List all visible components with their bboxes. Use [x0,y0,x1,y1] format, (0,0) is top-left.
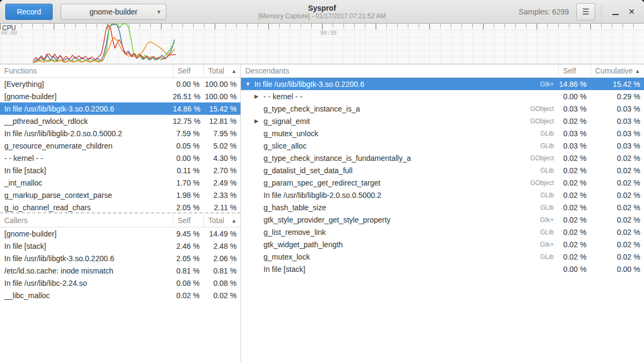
function-name-cell: g_mutex_lockGLib [241,253,558,261]
close-button[interactable]: ✕ [624,4,640,20]
function-name-cell: /etc/ld.so.cache: inode mismatch [0,267,173,275]
functions-self-column-header[interactable]: Self [173,64,203,77]
descendants-cumulative-column-header[interactable]: Cumulative ▲ [590,64,644,77]
total-percent-cell: 0.02 % [590,166,644,175]
table-row[interactable]: g_type_check_instance_is_fundamentally_a… [241,152,644,164]
table-row[interactable]: g_type_check_instance_is_aGObject0.03 %0… [241,102,644,115]
function-name-label: g_mutex_lock [264,253,310,261]
table-row[interactable]: g_mutex_lockGLib0.02 %0.02 % [241,250,644,263]
table-row[interactable]: __libc_malloc0.02 %0.02 % [0,289,240,301]
table-row[interactable]: g_param_spec_get_redirect_targetGObject0… [241,176,644,189]
library-badge: GObject [530,179,558,187]
total-percent-cell: 0.08 % [203,279,240,287]
total-percent-cell: 2.06 % [203,254,240,263]
table-row[interactable]: - - kernel - -0.00 %4.30 % [0,152,240,164]
self-percent-cell: 0.11 % [173,166,203,175]
function-name-label: [gnome-builder] [4,92,56,101]
table-row[interactable]: g_markup_parse_context_parse1.98 %2.33 % [0,189,240,201]
function-name-label: g_hash_table_size [264,203,326,212]
function-name-label: [gnome-builder] [4,230,56,238]
minimize-button[interactable] [608,4,624,20]
record-button[interactable]: Record [5,4,53,20]
expander-open-icon[interactable]: ▼ [245,82,254,87]
functions-table: [Everything]0.00 %100.00 %[gnome-builder… [0,78,240,213]
table-row[interactable]: [Everything]0.00 %100.00 % [0,78,240,90]
window-title: Sysprof [308,4,336,12]
table-row[interactable]: g_mutex_unlockGLib0.03 %0.03 % [241,127,644,139]
table-row[interactable]: g_io_channel_read_chars2.05 %2.11 % [0,201,240,213]
function-name-label: In file [stack] [4,242,46,250]
table-row[interactable]: [gnome-builder]26.51 %100.00 % [0,90,240,102]
self-percent-cell: 2.05 % [173,254,203,263]
table-row[interactable]: In file /usr/lib/libgtk-3.so.0.2200.62.0… [0,252,240,264]
table-row[interactable]: g_slice_allocGLib0.03 %0.03 % [241,139,644,152]
table-row[interactable]: In file /usr/lib/libglib-2.0.so.0.5000.2… [0,127,240,139]
expander-closed-icon[interactable]: ▶ [254,94,264,99]
process-selector-label: gnome-builder [90,8,138,16]
table-row[interactable]: In file [stack]0.00 %0.00 % [241,263,644,275]
expander-closed-icon[interactable]: ▶ [254,119,264,124]
table-row[interactable]: ▶- - kernel - -0.00 %0.29 % [241,90,644,102]
self-percent-cell: 0.02 % [558,191,590,200]
table-row[interactable]: /etc/ld.so.cache: inode mismatch0.81 %0.… [0,264,240,277]
table-row[interactable]: In file /usr/lib/libc-2.24.so0.08 %0.08 … [0,277,240,289]
self-percent-cell: 0.81 % [173,267,203,275]
function-name-label: g_mutex_unlock [264,129,318,138]
table-row[interactable]: In file [stack]2.46 %2.48 % [0,240,240,252]
callers-column-header[interactable]: Callers [0,214,173,227]
callers-total-column-header[interactable]: Total ▲ [203,214,240,227]
table-row[interactable]: ▶g_signal_emitGObject0.02 %0.03 % [241,115,644,127]
table-row[interactable]: __pthread_rwlock_rdlock12.75 %12.81 % [0,115,240,127]
total-percent-cell: 0.03 % [590,117,644,125]
self-percent-cell: 0.02 % [558,154,590,162]
function-name-label: In file [stack] [264,265,305,274]
callers-self-column-header[interactable]: Self [173,214,203,227]
function-name-label: /etc/ld.so.cache: inode mismatch [4,267,113,275]
table-row[interactable]: gtk_style_provider_get_style_propertyGtk… [241,213,644,226]
function-name-label: g_signal_emit [264,117,310,125]
total-percent-cell: 0.02 % [590,216,644,224]
table-row[interactable]: ▼In file /usr/lib/libgtk-3.so.0.2200.6Gt… [241,78,644,90]
self-percent-cell: 12.75 % [173,117,203,125]
function-name-cell: g_type_check_instance_is_aGObject [241,105,558,113]
function-name-label: - - kernel - - [4,154,43,162]
descendants-column-header[interactable]: Descendants [241,64,558,77]
menu-button[interactable]: ☰ [576,3,595,20]
total-percent-cell: 12.81 % [203,117,240,125]
function-name-label: gtk_style_provider_get_style_property [264,216,391,224]
table-row[interactable]: gtk_widget_path_lengthGtk+0.02 %0.02 % [241,238,644,250]
time-tick-start: 00:00 [1,30,17,36]
process-selector-dropdown[interactable]: gnome-builder ▾ [61,4,166,20]
table-row[interactable]: In file /usr/lib/libgtk-3.so.0.2200.614.… [0,102,240,115]
table-row[interactable]: _int_malloc1.70 %2.49 % [0,176,240,189]
library-badge: Gtk+ [540,216,558,224]
descendants-self-column-header[interactable]: Self [558,64,590,77]
table-row[interactable]: In file /usr/lib/libglib-2.0.so.0.5000.2… [241,189,644,201]
function-name-label: In file /usr/lib/libc-2.24.so [4,279,87,287]
functions-total-column-header[interactable]: Total ▲ [203,64,240,77]
function-name-label: _int_malloc [4,179,42,187]
functions-column-header[interactable]: Functions [0,64,173,77]
table-row[interactable]: [gnome-builder]9.45 %14.49 % [0,227,240,240]
total-percent-cell: 0.02 % [590,179,644,187]
function-name-label: g_markup_parse_context_parse [4,191,112,200]
table-row[interactable]: g_resource_enumerate_children0.05 %5.02 … [0,139,240,152]
cpu-usage-graph[interactable]: CPU 00:00 00:30 [0,24,644,64]
self-percent-cell: 0.02 % [558,117,590,125]
total-percent-cell: 2.33 % [203,191,240,200]
library-badge: Gtk+ [540,80,558,88]
function-name-label: g_param_spec_get_redirect_target [264,179,380,187]
table-row[interactable]: g_list_remove_linkGLib0.02 %0.02 % [241,226,644,238]
library-badge: GLib [540,228,558,236]
functions-table-header: Functions Self Total ▲ [0,64,240,78]
self-percent-cell: 0.00 % [558,265,590,274]
table-row[interactable]: g_hash_table_sizeGLib0.02 %0.02 % [241,201,644,213]
descendants-table-header: Descendants Self Cumulative ▲ [241,64,644,78]
table-row[interactable]: g_datalist_id_set_data_fullGLib0.02 %0.0… [241,164,644,176]
function-name-label: In file /usr/lib/libgtk-3.so.0.2200.6 [254,80,364,88]
library-badge: GLib [540,253,558,261]
self-percent-cell: 0.00 % [173,154,203,162]
library-badge: GObject [530,105,558,113]
table-row[interactable]: In file [stack]0.11 %2.70 % [0,164,240,176]
function-name-label: gtk_widget_path_length [264,240,343,249]
